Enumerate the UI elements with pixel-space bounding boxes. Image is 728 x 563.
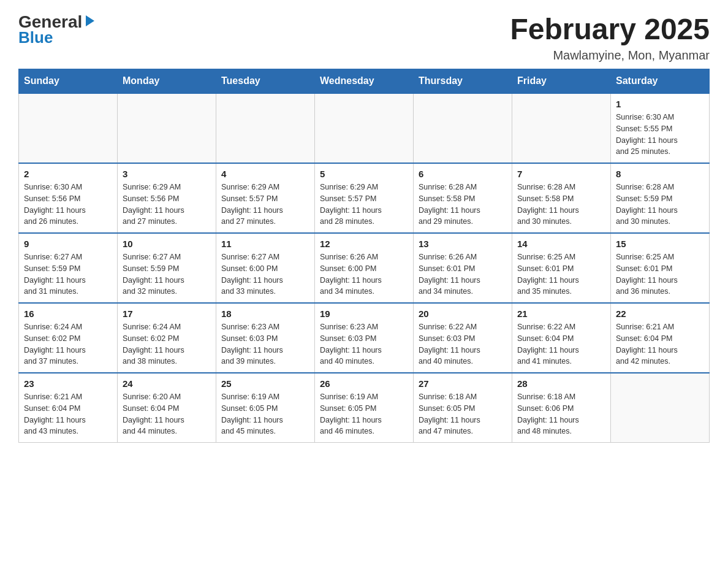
- calendar-cell: 21Sunrise: 6:22 AMSunset: 6:04 PMDayligh…: [512, 303, 611, 373]
- day-info: Sunrise: 6:29 AMSunset: 5:57 PMDaylight:…: [320, 182, 408, 228]
- header-day-thursday: Thursday: [414, 69, 512, 94]
- calendar-cell: [19, 93, 118, 163]
- calendar-cell: 27Sunrise: 6:18 AMSunset: 6:05 PMDayligh…: [414, 373, 512, 443]
- day-info: Sunrise: 6:18 AMSunset: 6:06 PMDaylight:…: [517, 391, 605, 437]
- calendar-cell: [512, 93, 611, 163]
- day-info: Sunrise: 6:30 AMSunset: 5:55 PMDaylight:…: [616, 112, 704, 158]
- day-number: 20: [419, 308, 507, 319]
- calendar-cell: [315, 93, 414, 163]
- header-day-tuesday: Tuesday: [216, 69, 315, 94]
- day-number: 12: [320, 239, 408, 249]
- calendar-cell: 18Sunrise: 6:23 AMSunset: 6:03 PMDayligh…: [216, 303, 315, 373]
- day-number: 13: [419, 239, 507, 249]
- day-info: Sunrise: 6:30 AMSunset: 5:56 PMDaylight:…: [24, 182, 112, 228]
- header-day-sunday: Sunday: [19, 69, 118, 94]
- day-info: Sunrise: 6:21 AMSunset: 6:04 PMDaylight:…: [24, 391, 112, 437]
- calendar-cell: 20Sunrise: 6:22 AMSunset: 6:03 PMDayligh…: [414, 303, 512, 373]
- day-number: 19: [320, 308, 408, 319]
- logo-arrow-icon: [83, 14, 97, 28]
- day-number: 9: [24, 239, 112, 249]
- day-info: Sunrise: 6:20 AMSunset: 6:04 PMDaylight:…: [123, 391, 211, 437]
- week-row-5: 23Sunrise: 6:21 AMSunset: 6:04 PMDayligh…: [19, 373, 710, 443]
- calendar-cell: 12Sunrise: 6:26 AMSunset: 6:00 PMDayligh…: [315, 233, 414, 303]
- day-info: Sunrise: 6:28 AMSunset: 5:58 PMDaylight:…: [517, 182, 605, 228]
- day-info: Sunrise: 6:27 AMSunset: 6:00 PMDaylight:…: [221, 251, 309, 297]
- calendar-cell: 2Sunrise: 6:30 AMSunset: 5:56 PMDaylight…: [19, 163, 118, 233]
- calendar-subtitle: Mawlamyine, Mon, Myanmar: [510, 48, 710, 63]
- calendar-cell: [118, 93, 216, 163]
- calendar-table: SundayMondayTuesdayWednesdayThursdayFrid…: [18, 69, 710, 443]
- day-number: 28: [517, 378, 605, 389]
- calendar-cell: 15Sunrise: 6:25 AMSunset: 6:01 PMDayligh…: [611, 233, 710, 303]
- calendar-cell: 10Sunrise: 6:27 AMSunset: 5:59 PMDayligh…: [118, 233, 216, 303]
- calendar-cell: 16Sunrise: 6:24 AMSunset: 6:02 PMDayligh…: [19, 303, 118, 373]
- calendar-cell: 25Sunrise: 6:19 AMSunset: 6:05 PMDayligh…: [216, 373, 315, 443]
- calendar-cell: [611, 373, 710, 443]
- calendar-cell: 22Sunrise: 6:21 AMSunset: 6:04 PMDayligh…: [611, 303, 710, 373]
- day-info: Sunrise: 6:22 AMSunset: 6:04 PMDaylight:…: [517, 321, 605, 367]
- week-row-1: 1Sunrise: 6:30 AMSunset: 5:55 PMDaylight…: [19, 93, 710, 163]
- header-day-saturday: Saturday: [611, 69, 710, 94]
- calendar-body: 1Sunrise: 6:30 AMSunset: 5:55 PMDaylight…: [19, 93, 710, 443]
- day-info: Sunrise: 6:22 AMSunset: 6:03 PMDaylight:…: [419, 321, 507, 367]
- day-number: 8: [616, 169, 704, 179]
- calendar-cell: 26Sunrise: 6:19 AMSunset: 6:05 PMDayligh…: [315, 373, 414, 443]
- week-row-2: 2Sunrise: 6:30 AMSunset: 5:56 PMDaylight…: [19, 163, 710, 233]
- calendar-cell: 3Sunrise: 6:29 AMSunset: 5:56 PMDaylight…: [118, 163, 216, 233]
- day-info: Sunrise: 6:26 AMSunset: 6:00 PMDaylight:…: [320, 251, 408, 297]
- day-number: 14: [517, 239, 605, 249]
- day-info: Sunrise: 6:25 AMSunset: 6:01 PMDaylight:…: [517, 251, 605, 297]
- day-info: Sunrise: 6:28 AMSunset: 5:58 PMDaylight:…: [419, 182, 507, 228]
- day-number: 22: [616, 308, 704, 319]
- calendar-cell: 28Sunrise: 6:18 AMSunset: 6:06 PMDayligh…: [512, 373, 611, 443]
- day-number: 27: [419, 378, 507, 389]
- day-info: Sunrise: 6:19 AMSunset: 6:05 PMDaylight:…: [221, 391, 309, 437]
- calendar-cell: 24Sunrise: 6:20 AMSunset: 6:04 PMDayligh…: [118, 373, 216, 443]
- day-number: 23: [24, 378, 112, 389]
- day-info: Sunrise: 6:29 AMSunset: 5:56 PMDaylight:…: [123, 182, 211, 228]
- day-number: 10: [123, 239, 211, 249]
- day-number: 18: [221, 308, 309, 319]
- calendar-cell: 4Sunrise: 6:29 AMSunset: 5:57 PMDaylight…: [216, 163, 315, 233]
- day-number: 6: [419, 169, 507, 179]
- day-number: 16: [24, 308, 112, 319]
- day-info: Sunrise: 6:27 AMSunset: 5:59 PMDaylight:…: [123, 251, 211, 297]
- day-number: 1: [616, 99, 704, 109]
- title-block: February 2025 Mawlamyine, Mon, Myanmar: [510, 12, 710, 63]
- calendar-cell: 11Sunrise: 6:27 AMSunset: 6:00 PMDayligh…: [216, 233, 315, 303]
- day-info: Sunrise: 6:18 AMSunset: 6:05 PMDaylight:…: [419, 391, 507, 437]
- day-info: Sunrise: 6:29 AMSunset: 5:57 PMDaylight:…: [221, 182, 309, 228]
- logo: General Blue: [18, 12, 97, 47]
- day-number: 17: [123, 308, 211, 319]
- header-row: SundayMondayTuesdayWednesdayThursdayFrid…: [19, 69, 710, 94]
- calendar-cell: 17Sunrise: 6:24 AMSunset: 6:02 PMDayligh…: [118, 303, 216, 373]
- calendar-cell: 8Sunrise: 6:28 AMSunset: 5:59 PMDaylight…: [611, 163, 710, 233]
- calendar-header: SundayMondayTuesdayWednesdayThursdayFrid…: [19, 69, 710, 94]
- day-info: Sunrise: 6:27 AMSunset: 5:59 PMDaylight:…: [24, 251, 112, 297]
- calendar-cell: 6Sunrise: 6:28 AMSunset: 5:58 PMDaylight…: [414, 163, 512, 233]
- calendar-cell: 5Sunrise: 6:29 AMSunset: 5:57 PMDaylight…: [315, 163, 414, 233]
- day-info: Sunrise: 6:26 AMSunset: 6:01 PMDaylight:…: [419, 251, 507, 297]
- day-number: 2: [24, 169, 112, 179]
- header-day-friday: Friday: [512, 69, 611, 94]
- day-info: Sunrise: 6:23 AMSunset: 6:03 PMDaylight:…: [221, 321, 309, 367]
- week-row-4: 16Sunrise: 6:24 AMSunset: 6:02 PMDayligh…: [19, 303, 710, 373]
- calendar-title: February 2025: [510, 12, 710, 46]
- day-number: 7: [517, 169, 605, 179]
- day-info: Sunrise: 6:28 AMSunset: 5:59 PMDaylight:…: [616, 182, 704, 228]
- calendar-cell: [216, 93, 315, 163]
- header-day-wednesday: Wednesday: [315, 69, 414, 94]
- day-number: 3: [123, 169, 211, 179]
- day-info: Sunrise: 6:23 AMSunset: 6:03 PMDaylight:…: [320, 321, 408, 367]
- day-number: 24: [123, 378, 211, 389]
- page-header: General Blue February 2025 Mawlamyine, M…: [18, 12, 710, 63]
- calendar-cell: 23Sunrise: 6:21 AMSunset: 6:04 PMDayligh…: [19, 373, 118, 443]
- day-info: Sunrise: 6:19 AMSunset: 6:05 PMDaylight:…: [320, 391, 408, 437]
- day-number: 5: [320, 169, 408, 179]
- day-number: 15: [616, 239, 704, 249]
- week-row-3: 9Sunrise: 6:27 AMSunset: 5:59 PMDaylight…: [19, 233, 710, 303]
- calendar-cell: [414, 93, 512, 163]
- day-number: 4: [221, 169, 309, 179]
- day-number: 21: [517, 308, 605, 319]
- day-info: Sunrise: 6:24 AMSunset: 6:02 PMDaylight:…: [24, 321, 112, 367]
